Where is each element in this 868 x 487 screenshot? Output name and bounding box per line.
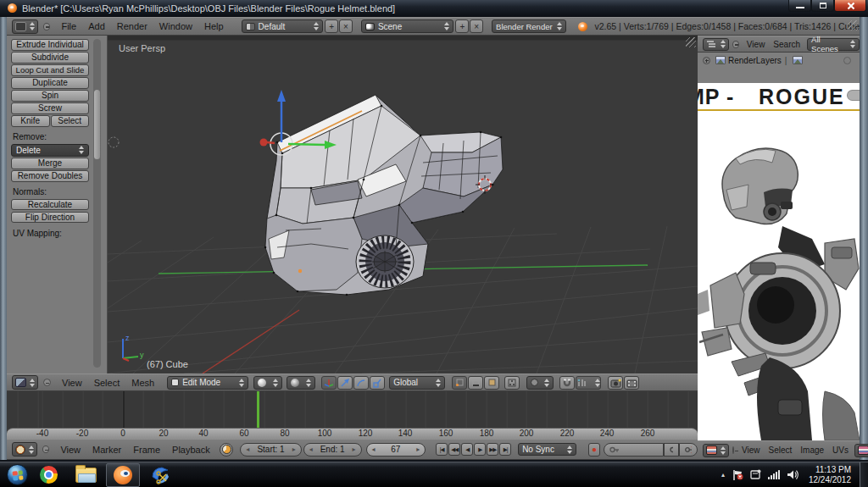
corner-grip[interactable] — [686, 37, 696, 47]
volume-icon[interactable] — [787, 469, 798, 480]
tool-shelf-scrollbar[interactable] — [93, 39, 101, 368]
screen-layout-selector[interactable]: Default — [242, 19, 324, 33]
collapse-menus-icon[interactable] — [42, 445, 49, 453]
scene-selector[interactable]: Scene — [361, 19, 454, 33]
snap-toggle-button[interactable] — [559, 376, 575, 390]
editor-type-selector[interactable] — [12, 19, 38, 34]
delete-dropdown[interactable]: Delete — [11, 144, 89, 157]
taskbar-explorer-button[interactable] — [69, 463, 103, 487]
recalculate-button[interactable]: Recalculate — [11, 199, 89, 211]
play-reverse-button[interactable]: ◀ — [461, 443, 473, 456]
menu-playback[interactable]: Playback — [172, 445, 210, 455]
tray-clock[interactable]: 11:13 PM 12/24/2012 — [809, 465, 851, 485]
editor-type-selector[interactable] — [12, 375, 38, 390]
editor-type-selector[interactable] — [703, 38, 729, 51]
next-keyframe-button[interactable]: ▶▶ — [487, 443, 498, 456]
limit-selection-visible-button[interactable] — [504, 376, 520, 390]
render-engine-selector[interactable]: Blender Render — [492, 19, 565, 33]
maximize-button[interactable] — [811, 0, 834, 12]
mode-selector[interactable]: Edit Mode — [167, 376, 248, 390]
snap-element-selector[interactable] — [576, 376, 601, 390]
keying-set-field[interactable] — [604, 443, 664, 457]
manipulator-axes-button[interactable] — [321, 376, 337, 390]
face-select-button[interactable] — [484, 376, 499, 390]
image-editor-panel[interactable]: MP - ROGUE — [698, 83, 860, 440]
menu-mesh[interactable]: Mesh — [131, 378, 154, 388]
auto-keyframe-button[interactable]: ● — [588, 443, 601, 457]
gadget-icon[interactable] — [750, 469, 761, 480]
corner-grip[interactable] — [848, 20, 858, 30]
transform-orientation-selector[interactable]: Global — [389, 376, 445, 390]
expand-icon[interactable] — [703, 57, 710, 64]
opengl-render-anim-button[interactable] — [624, 376, 639, 390]
menu-marker[interactable]: Marker — [92, 445, 121, 455]
current-frame-field[interactable]: ◂ 67 ▸ — [366, 443, 426, 457]
extrude-individual-button[interactable]: Extrude Individual — [11, 39, 89, 51]
collapse-menus-icon[interactable] — [732, 41, 739, 48]
delete-scene-button[interactable]: × — [470, 19, 483, 33]
subdivide-button[interactable]: Subdivide — [11, 52, 89, 64]
restrict-render-toggle[interactable] — [843, 57, 851, 64]
menu-window[interactable]: Window — [159, 21, 192, 31]
menu-uvs[interactable]: UVs — [832, 445, 849, 455]
editor-type-selector[interactable] — [703, 444, 729, 457]
add-layout-button[interactable]: + — [325, 19, 338, 33]
collapse-menus-icon[interactable] — [732, 446, 734, 454]
menu-file[interactable]: File — [61, 21, 76, 31]
stepper-right-icon[interactable]: ▸ — [292, 445, 296, 453]
menu-select[interactable]: Select — [769, 445, 793, 455]
viewport-shading-selector[interactable] — [253, 376, 282, 390]
edge-select-button[interactable] — [468, 376, 483, 390]
menu-select[interactable]: Select — [94, 378, 120, 388]
scrollbar-thumb[interactable] — [94, 90, 100, 159]
menu-search[interactable]: Search — [773, 40, 800, 49]
jump-to-end-button[interactable]: ▶| — [499, 443, 511, 456]
start-button[interactable] — [7, 464, 28, 485]
merge-button[interactable]: Merge — [11, 158, 89, 169]
action-center-flag-icon[interactable] — [732, 469, 743, 481]
network-signal-icon[interactable] — [768, 470, 780, 479]
knife-button[interactable]: Knife — [11, 115, 50, 127]
viewport-3d[interactable]: User Persp (67) Cube z y — [108, 36, 698, 374]
loop-cut-button[interactable]: Loop Cut and Slide — [11, 64, 89, 76]
spin-button[interactable]: Spin — [11, 90, 89, 102]
opengl-render-button[interactable] — [608, 376, 623, 390]
delete-layout-button[interactable]: × — [339, 19, 353, 33]
stepper-right-icon[interactable]: ▸ — [353, 445, 356, 453]
prev-keyframe-button[interactable]: ◀◀ — [448, 443, 460, 456]
proportional-edit-selector[interactable] — [526, 376, 554, 390]
screw-button[interactable]: Screw — [11, 102, 89, 114]
scale-manipulator-button[interactable] — [370, 376, 385, 390]
menu-render[interactable]: Render — [117, 21, 147, 31]
menu-help[interactable]: Help — [204, 21, 224, 31]
collapsed-panel-tab[interactable] — [847, 90, 860, 101]
flip-direction-button[interactable]: Flip Direction — [11, 212, 89, 224]
taskbar-chrome-button[interactable] — [31, 463, 65, 487]
menu-add[interactable]: Add — [88, 21, 105, 31]
menu-view[interactable]: View — [60, 445, 81, 455]
jump-to-start-button[interactable]: |◀ — [436, 443, 448, 456]
frame-end-field[interactable]: ◂ End: 1 ▸ — [303, 443, 362, 457]
frame-start-field[interactable]: ◂ Start: 1 ▸ — [240, 443, 301, 457]
editor-type-selector[interactable] — [12, 442, 37, 457]
pivot-selector[interactable] — [287, 376, 315, 390]
translate-manipulator-button[interactable] — [337, 376, 353, 390]
select-button[interactable]: Select — [51, 115, 90, 127]
use-preview-range-button[interactable] — [220, 443, 234, 457]
menu-view[interactable]: View — [747, 40, 765, 49]
menu-frame[interactable]: Frame — [133, 445, 160, 455]
timeline-playhead[interactable] — [257, 391, 259, 428]
outliner-filter-selector[interactable]: All Scenes — [807, 38, 860, 51]
close-button[interactable] — [834, 0, 866, 12]
play-button[interactable]: ▶ — [474, 443, 486, 456]
menu-view[interactable]: View — [742, 445, 760, 455]
rotate-manipulator-button[interactable] — [353, 376, 369, 390]
taskbar-cutter-button[interactable] — [143, 463, 177, 487]
insert-keyframe-button[interactable] — [664, 443, 679, 457]
sync-mode-selector[interactable]: No Sync — [518, 443, 576, 456]
collapse-menus-icon[interactable] — [43, 23, 50, 30]
tray-expand-icon[interactable]: ▴ — [721, 471, 725, 479]
timeline[interactable]: -40 -20 0 20 40 60 80 100 120 140 160 18… — [7, 391, 698, 439]
duplicate-button[interactable]: Duplicate — [11, 77, 89, 89]
taskbar-blender-button[interactable] — [106, 463, 140, 487]
